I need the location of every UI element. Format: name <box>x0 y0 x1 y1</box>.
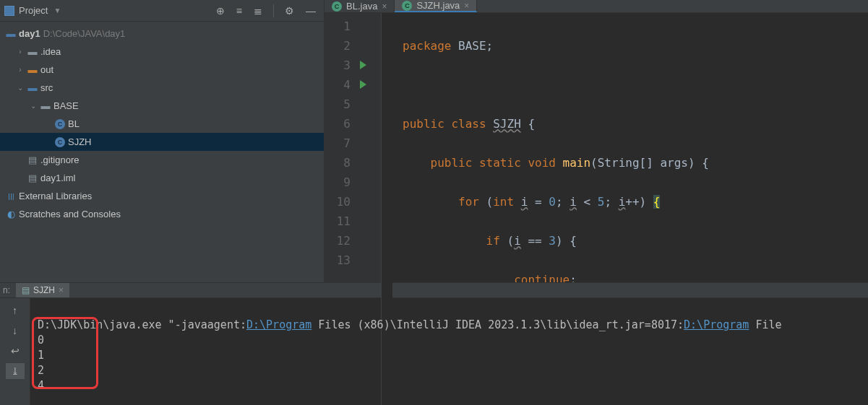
close-icon[interactable]: × <box>464 1 469 11</box>
root-name: day1 <box>19 28 40 39</box>
chevron-right-icon: › <box>16 48 25 56</box>
project-sidebar: Project ▼ ⊕ ≡ ≣ ⚙ — ▬ day1 D:\Code\JAVA\… <box>0 0 325 282</box>
chevron-down-icon: ⌄ <box>29 102 38 110</box>
folder-icon: ▬ <box>40 100 51 111</box>
gear-icon[interactable]: ⚙ <box>281 4 298 18</box>
run-header: n: ▤ SJZH × <box>0 283 868 298</box>
expand-icon[interactable]: ≡ <box>233 4 246 18</box>
editor-tabs: C BL.java × C SJZH.java × <box>325 0 868 13</box>
tree-item-sjzh[interactable]: C SJZH <box>0 133 324 151</box>
hide-icon[interactable]: — <box>302 4 319 18</box>
tab-bl[interactable]: C BL.java × <box>325 0 395 12</box>
tree-item-iml[interactable]: ▤ day1.iml <box>0 169 324 187</box>
sidebar-title: Project <box>19 5 48 16</box>
chevron-right-icon: › <box>16 66 25 74</box>
tree-item-bl[interactable]: C BL <box>0 115 324 133</box>
dropdown-icon[interactable]: ▼ <box>53 6 61 14</box>
close-icon[interactable]: × <box>382 1 387 12</box>
sidebar-header: Project ▼ ⊕ ≡ ≣ ⚙ — <box>0 0 324 22</box>
folder-icon: ▬ <box>27 82 38 93</box>
project-icon <box>4 6 14 16</box>
tab-sjzh[interactable]: C SJZH.java × <box>395 0 477 12</box>
class-icon: C <box>402 1 412 11</box>
run-toolbar: ↑ ↓ ↩ ⤓ <box>0 298 30 405</box>
tab-label: SJZH.java <box>416 0 460 11</box>
up-arrow-icon[interactable]: ↑ <box>6 302 25 318</box>
collapse-icon[interactable]: ≣ <box>250 4 266 18</box>
tree-scratches[interactable]: ◐ Scratches and Consoles <box>0 205 324 223</box>
target-icon[interactable]: ⊕ <box>212 4 228 18</box>
tree-item-gitignore[interactable]: ▤ .gitignore <box>0 151 324 169</box>
chevron-down-icon: ⌄ <box>16 84 25 92</box>
console-output[interactable]: D:\JDK\bin\java.exe "-javaagent:D:\Progr… <box>30 298 868 405</box>
project-tree: ▬ day1 D:\Code\JAVA\day1 › ▬ .idea › ▬ o… <box>0 22 324 226</box>
close-icon[interactable]: × <box>59 285 64 295</box>
class-icon: C <box>55 137 65 147</box>
link[interactable]: D:\Program <box>246 318 311 331</box>
soft-wrap-icon[interactable]: ↩ <box>6 343 25 359</box>
class-icon: C <box>332 1 342 12</box>
folder-icon: ▬ <box>27 64 38 75</box>
class-icon: C <box>55 119 65 129</box>
tree-item-src[interactable]: ⌄ ▬ src <box>0 79 324 97</box>
link[interactable]: D:\Program <box>684 318 749 331</box>
divider <box>273 4 274 17</box>
file-icon: ▤ <box>27 154 38 165</box>
app-icon: ▤ <box>22 285 30 295</box>
run-label: n: <box>3 285 10 295</box>
folder-icon: ▬ <box>27 46 38 57</box>
tree-item-out[interactable]: › ▬ out <box>0 61 324 79</box>
run-gutter-icon[interactable] <box>360 61 366 69</box>
tree-external-libs[interactable]: ⫼ External Libraries <box>0 187 324 205</box>
file-icon: ▤ <box>27 173 38 183</box>
run-gutter-icon[interactable] <box>360 80 366 89</box>
down-arrow-icon[interactable]: ↓ <box>6 323 25 339</box>
tree-item-idea[interactable]: › ▬ .idea <box>0 43 324 61</box>
tree-root[interactable]: ▬ day1 D:\Code\JAVA\day1 <box>0 25 324 43</box>
editor-area: C BL.java × C SJZH.java × 1 2 3 4 5 6 7 … <box>325 0 868 282</box>
scroll-end-icon[interactable]: ⤓ <box>6 363 25 379</box>
tab-label: BL.java <box>346 1 377 12</box>
libs-icon: ⫼ <box>6 191 16 201</box>
root-path: D:\Code\JAVA\day1 <box>43 28 126 39</box>
folder-icon: ▬ <box>6 28 16 39</box>
tree-item-base[interactable]: ⌄ ▬ BASE <box>0 97 324 115</box>
run-tab[interactable]: ▤ SJZH × <box>16 283 69 297</box>
run-panel: n: ▤ SJZH × ↑ ↓ ↩ ⤓ D:\JDK\bin\java.exe … <box>0 282 868 405</box>
scratch-icon: ◐ <box>6 209 16 219</box>
